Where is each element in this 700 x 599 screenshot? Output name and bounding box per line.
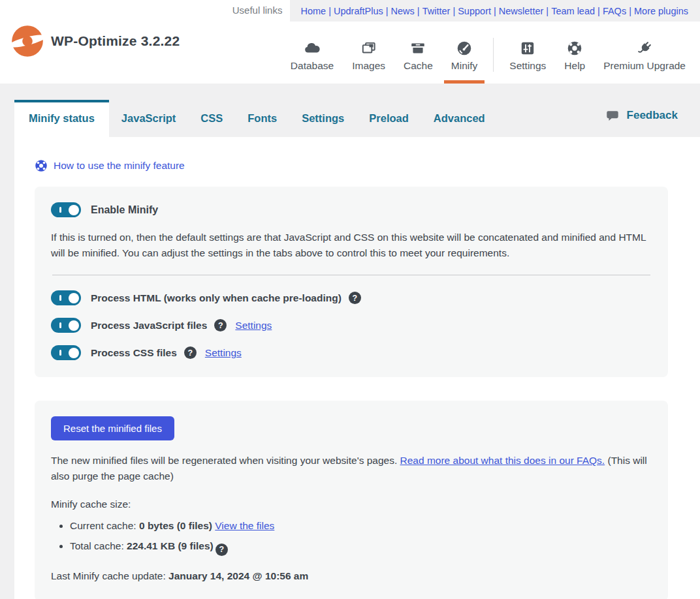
link-more-plugins[interactable]: More plugins	[634, 6, 688, 16]
help-icon[interactable]	[215, 544, 228, 556]
tab-label: JavaScript	[121, 112, 176, 124]
link-faqs[interactable]: FAQs	[603, 6, 626, 16]
enable-minify-label: Enable Minify	[91, 204, 158, 216]
reset-description: The new minified files will be regenerat…	[51, 453, 652, 484]
nav-label: Cache	[404, 60, 433, 72]
nav-label: Premium Upgrade	[603, 60, 686, 72]
enable-minify-card: Enable Minify If this is turned on, then…	[35, 187, 668, 377]
plug-icon	[636, 40, 653, 57]
enable-minify-row: Enable Minify	[51, 202, 652, 217]
speedometer-icon	[456, 40, 473, 57]
nav-divider	[493, 38, 494, 72]
nav-item-database[interactable]: Database	[281, 40, 343, 72]
link-team-lead[interactable]: Team lead	[551, 6, 595, 16]
link-twitter[interactable]: Twitter	[422, 6, 451, 16]
tab-label: Advanced	[434, 112, 485, 124]
tab-css[interactable]: CSS	[188, 100, 235, 137]
nav-label: Settings	[509, 60, 546, 72]
process-javascript-row: Process JavaScript files Settings	[51, 318, 652, 333]
link-updraftplus[interactable]: UpdraftPlus	[334, 6, 383, 16]
tab-label: CSS	[200, 112, 223, 124]
wp-optimize-logo-icon	[10, 24, 44, 58]
content-area: How to use the minify feature Enable Min…	[0, 137, 700, 599]
main-nav: Database Images Cache	[281, 38, 695, 72]
cache-size-heading: Minify cache size:	[51, 497, 652, 512]
plugin-header: Useful links Home | UpdraftPlus | News |…	[0, 0, 700, 84]
tab-label: Fonts	[247, 112, 277, 124]
separator: |	[491, 6, 499, 16]
nav-item-minify[interactable]: Minify	[442, 40, 486, 72]
useful-links-box: Home | UpdraftPlus | News | Twitter | Su…	[290, 0, 700, 22]
lifering-icon	[566, 40, 583, 57]
last-update-label: Last Minify cache update:	[51, 570, 168, 581]
process-javascript-label: Process JavaScript files	[91, 320, 207, 331]
nav-item-settings[interactable]: Settings	[500, 40, 555, 72]
help-icon[interactable]	[214, 319, 227, 331]
tab-javascript[interactable]: JavaScript	[109, 100, 188, 137]
reset-description-text: The new minified files will be regenerat…	[51, 455, 400, 466]
brand: WP-Optimize 3.2.22	[10, 24, 180, 58]
process-html-toggle[interactable]	[51, 290, 81, 305]
process-css-row: Process CSS files Settings	[51, 345, 652, 360]
process-html-row: Process HTML (works only when cache pre-…	[51, 290, 652, 305]
separator: |	[543, 6, 551, 16]
tab-preload[interactable]: Preload	[357, 100, 421, 137]
cache-size-list: Current cache: 0 bytes (0 files) View th…	[70, 518, 652, 556]
nav-label: Images	[352, 60, 385, 72]
process-html-label: Process HTML (works only when cache pre-…	[91, 292, 342, 304]
css-settings-link[interactable]: Settings	[205, 347, 242, 359]
tab-label: Minify status	[29, 112, 95, 124]
feedback-label: Feedback	[627, 109, 678, 122]
last-update-value: January 14, 2024 @ 10:56 am	[168, 570, 308, 581]
separator: |	[450, 6, 458, 16]
nav-item-images[interactable]: Images	[343, 40, 394, 72]
feedback-link[interactable]: Feedback	[605, 108, 678, 137]
last-update-line: Last Minify cache update: January 14, 20…	[51, 568, 652, 584]
howto-link[interactable]: How to use the minify feature	[35, 159, 185, 172]
cloud-icon	[304, 40, 321, 57]
tab-minify-status[interactable]: Minify status	[14, 100, 109, 137]
nav-label: Database	[291, 60, 334, 72]
nav-item-help[interactable]: Help	[555, 40, 594, 72]
separator: |	[595, 6, 603, 16]
lifering-icon	[35, 159, 48, 172]
tab-label: Preload	[369, 112, 409, 124]
separator: |	[383, 6, 391, 16]
help-icon[interactable]	[184, 346, 197, 359]
current-cache-item: Current cache: 0 bytes (0 files) View th…	[70, 518, 652, 534]
minify-tab-bar: Minify status JavaScript CSS Fonts Setti…	[0, 84, 700, 137]
separator: |	[415, 6, 422, 16]
tab-fonts[interactable]: Fonts	[235, 100, 289, 137]
tab-label: Settings	[302, 112, 344, 124]
archive-box-icon	[409, 40, 426, 57]
javascript-settings-link[interactable]: Settings	[235, 320, 272, 331]
nav-item-cache[interactable]: Cache	[394, 40, 442, 72]
topbar: Useful links Home | UpdraftPlus | News |…	[232, 0, 700, 22]
current-cache-label: Current cache:	[70, 520, 139, 531]
process-css-toggle[interactable]	[51, 345, 81, 360]
tab-advanced[interactable]: Advanced	[421, 100, 498, 137]
faq-read-more-link[interactable]: Read more about what this does in our FA…	[400, 455, 605, 466]
tab-settings[interactable]: Settings	[289, 100, 357, 137]
speech-bubble-icon	[605, 108, 620, 123]
total-cache-item: Total cache: 224.41 KB (9 files)	[70, 538, 652, 556]
nav-item-premium-upgrade[interactable]: Premium Upgrade	[594, 40, 695, 72]
process-javascript-toggle[interactable]	[51, 318, 81, 333]
view-the-files-link[interactable]: View the files	[215, 520, 274, 531]
sliders-icon	[519, 40, 536, 57]
link-newsletter[interactable]: Newsletter	[499, 6, 544, 16]
link-home[interactable]: Home	[300, 6, 326, 16]
minify-status-panel: How to use the minify feature Enable Min…	[14, 137, 700, 599]
enable-minify-description: If this is turned on, then the default s…	[51, 230, 652, 261]
enable-minify-toggle[interactable]	[51, 202, 81, 217]
separator: |	[326, 6, 334, 16]
link-news[interactable]: News	[391, 6, 415, 16]
useful-links-label: Useful links	[232, 5, 283, 17]
process-css-label: Process CSS files	[91, 347, 177, 359]
divider	[52, 275, 650, 275]
reset-minified-files-button[interactable]: Reset the minified files	[51, 416, 174, 440]
help-icon[interactable]	[349, 292, 361, 304]
total-cache-value: 224.41 KB (9 files)	[127, 540, 214, 551]
howto-label: How to use the minify feature	[54, 160, 185, 172]
link-support[interactable]: Support	[458, 6, 491, 16]
